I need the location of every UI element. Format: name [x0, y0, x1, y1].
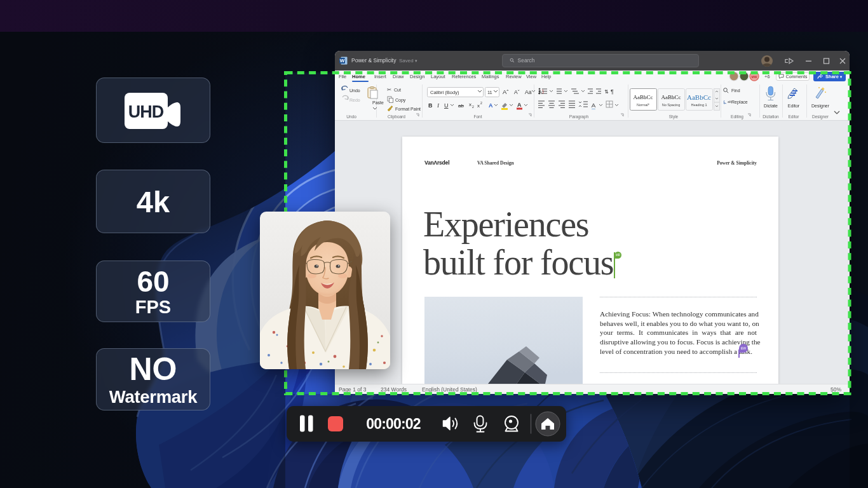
svg-text:00:00:02: 00:00:02 — [366, 416, 421, 432]
